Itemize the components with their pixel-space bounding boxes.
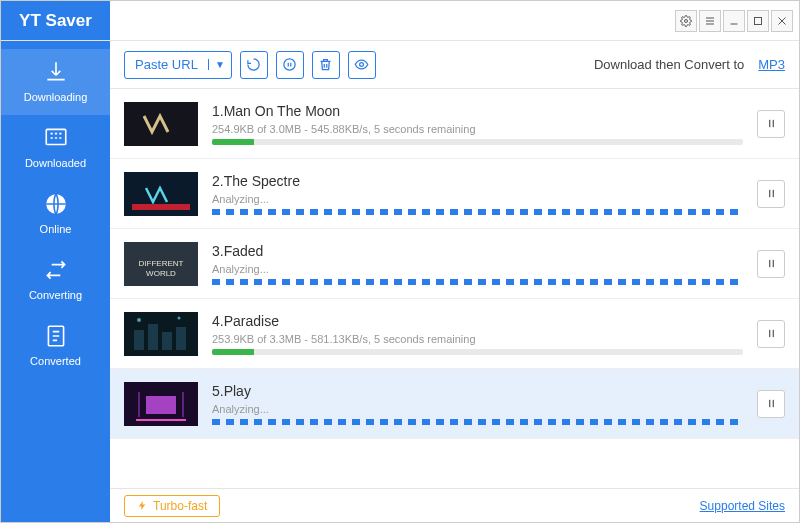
sidebar-item-label: Downloading [24, 91, 88, 103]
convert-prefix: Download then Convert to [594, 57, 744, 72]
resume-all-button[interactable] [240, 51, 268, 79]
thumbnail [124, 102, 198, 146]
thumbnail [124, 382, 198, 426]
thumbnail [124, 172, 198, 216]
maximize-button[interactable] [747, 10, 769, 32]
download-status: 254.9KB of 3.0MB - 545.88KB/s, 5 seconds… [212, 123, 743, 135]
pause-button[interactable] [757, 250, 785, 278]
svg-point-33 [178, 316, 181, 319]
svg-rect-15 [124, 102, 198, 146]
turbo-fast-button[interactable]: Turbo-fast [124, 495, 220, 517]
download-title: 5.Play [212, 383, 743, 399]
sidebar-item-label: Downloaded [25, 157, 86, 169]
thumbnail [124, 312, 198, 356]
svg-text:WORLD: WORLD [146, 269, 176, 278]
download-status: 253.9KB of 3.3MB - 581.13KB/s, 5 seconds… [212, 333, 743, 345]
app-title: YT Saver [1, 1, 110, 40]
chevron-down-icon[interactable]: ▼ [208, 59, 231, 70]
download-title: 3.Faded [212, 243, 743, 259]
download-row[interactable]: 5.PlayAnalyzing... [110, 369, 799, 439]
settings-button[interactable] [675, 10, 697, 32]
pause-button[interactable] [757, 320, 785, 348]
sidebar-item-online[interactable]: Online [1, 181, 110, 247]
download-status: Analyzing... [212, 403, 743, 415]
download-status: Analyzing... [212, 263, 743, 275]
supported-sites-link[interactable]: Supported Sites [700, 499, 785, 513]
analyzing-indicator [212, 209, 743, 215]
sidebar-item-converting[interactable]: Converting [1, 247, 110, 313]
analyzing-indicator [212, 279, 743, 285]
download-row[interactable]: 1.Man On The Moon254.9KB of 3.0MB - 545.… [110, 89, 799, 159]
download-row[interactable]: 2.The SpectreAnalyzing... [110, 159, 799, 229]
sidebar-item-downloaded[interactable]: Downloaded [1, 115, 110, 181]
convert-format-link[interactable]: MP3 [758, 57, 785, 72]
sidebar: Downloading Downloaded Online Converting… [1, 41, 110, 522]
sidebar-item-converted[interactable]: Converted [1, 313, 110, 379]
paste-url-label: Paste URL [125, 57, 208, 72]
svg-point-11 [284, 59, 295, 70]
svg-point-14 [360, 63, 364, 67]
progress-bar [212, 349, 254, 355]
paste-url-button[interactable]: Paste URL ▼ [124, 51, 232, 79]
thumbnail: DIFFERENTWORLD [124, 242, 198, 286]
menu-button[interactable] [699, 10, 721, 32]
svg-point-32 [137, 318, 141, 322]
pause-button[interactable] [757, 390, 785, 418]
download-title: 1.Man On The Moon [212, 103, 743, 119]
svg-rect-19 [132, 204, 190, 210]
svg-rect-31 [176, 327, 186, 350]
download-info: 2.The SpectreAnalyzing... [212, 173, 743, 215]
download-info: 5.PlayAnalyzing... [212, 383, 743, 425]
progress-track [212, 349, 743, 355]
download-info: 3.FadedAnalyzing... [212, 243, 743, 285]
delete-button[interactable] [312, 51, 340, 79]
download-row[interactable]: DIFFERENTWORLD3.FadedAnalyzing... [110, 229, 799, 299]
svg-rect-5 [755, 17, 762, 24]
pause-button[interactable] [757, 110, 785, 138]
download-info: 1.Man On The Moon254.9KB of 3.0MB - 545.… [212, 103, 743, 145]
progress-track [212, 139, 743, 145]
download-title: 4.Paradise [212, 313, 743, 329]
preview-button[interactable] [348, 51, 376, 79]
sidebar-item-label: Converted [30, 355, 81, 367]
download-status: Analyzing... [212, 193, 743, 205]
close-button[interactable] [771, 10, 793, 32]
analyzing-indicator [212, 419, 743, 425]
progress-bar [212, 139, 254, 145]
turbo-label: Turbo-fast [153, 499, 207, 513]
minimize-button[interactable] [723, 10, 745, 32]
svg-rect-8 [46, 129, 66, 144]
svg-rect-30 [162, 332, 172, 350]
downloads-list: 1.Man On The Moon254.9KB of 3.0MB - 545.… [110, 89, 799, 488]
svg-text:DIFFERENT: DIFFERENT [139, 259, 184, 268]
svg-rect-28 [134, 330, 144, 350]
svg-point-0 [685, 19, 688, 22]
sidebar-item-label: Converting [29, 289, 82, 301]
download-row[interactable]: 4.Paradise253.9KB of 3.3MB - 581.13KB/s,… [110, 299, 799, 369]
download-info: 4.Paradise253.9KB of 3.3MB - 581.13KB/s,… [212, 313, 743, 355]
pause-all-button[interactable] [276, 51, 304, 79]
svg-rect-37 [146, 396, 176, 414]
sidebar-item-downloading[interactable]: Downloading [1, 49, 110, 115]
pause-button[interactable] [757, 180, 785, 208]
svg-rect-29 [148, 324, 158, 350]
download-title: 2.The Spectre [212, 173, 743, 189]
sidebar-item-label: Online [40, 223, 72, 235]
